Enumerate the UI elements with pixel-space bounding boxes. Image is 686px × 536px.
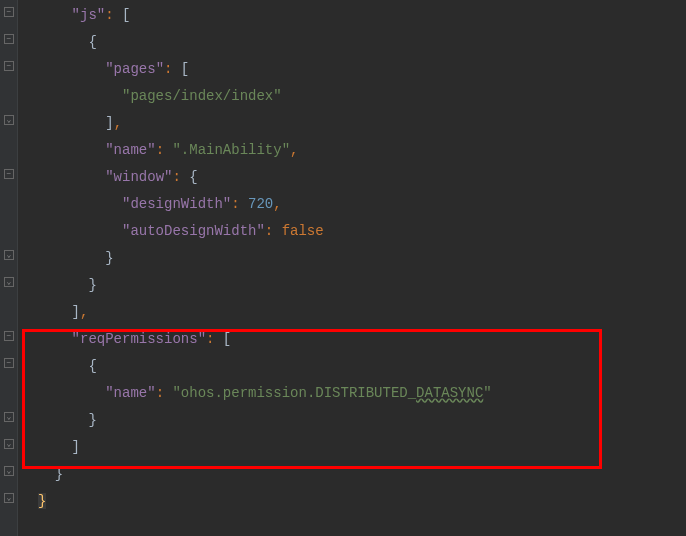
- code-line: }: [18, 461, 492, 488]
- fold-icon[interactable]: −: [4, 358, 14, 368]
- code-line: "js": [: [18, 2, 492, 29]
- code-editor[interactable]: "js": [ { "pages": [ "pages/index/index"…: [18, 0, 492, 517]
- code-line: "window": {: [18, 164, 492, 191]
- code-line: "designWidth": 720,: [18, 191, 492, 218]
- code-line: }: [18, 488, 492, 515]
- fold-icon[interactable]: −: [4, 34, 14, 44]
- code-line: }: [18, 245, 492, 272]
- fold-icon[interactable]: ⌄: [4, 277, 14, 287]
- fold-icon[interactable]: ⌄: [4, 466, 14, 476]
- code-line: "pages/index/index": [18, 83, 492, 110]
- code-line: "name": ".MainAbility",: [18, 137, 492, 164]
- fold-icon[interactable]: −: [4, 7, 14, 17]
- code-line: }: [18, 407, 492, 434]
- fold-icon[interactable]: ⌄: [4, 493, 14, 503]
- code-line: {: [18, 353, 492, 380]
- code-line: ],: [18, 110, 492, 137]
- fold-icon[interactable]: −: [4, 61, 14, 71]
- fold-icon[interactable]: ⌄: [4, 439, 14, 449]
- fold-icon[interactable]: ⌄: [4, 115, 14, 125]
- fold-icon[interactable]: −: [4, 331, 14, 341]
- code-line: "pages": [: [18, 56, 492, 83]
- editor-gutter: − − − ⌄ − ⌄ ⌄ − − ⌄ ⌄ ⌄ ⌄: [0, 0, 18, 536]
- code-line: ]: [18, 434, 492, 461]
- code-line: {: [18, 29, 492, 56]
- fold-icon[interactable]: ⌄: [4, 250, 14, 260]
- code-line: ],: [18, 299, 492, 326]
- code-line: "autoDesignWidth": false: [18, 218, 492, 245]
- code-line: }: [18, 272, 492, 299]
- code-line: "reqPermissions": [: [18, 326, 492, 353]
- fold-icon[interactable]: ⌄: [4, 412, 14, 422]
- fold-icon[interactable]: −: [4, 169, 14, 179]
- code-line: "name": "ohos.permission.DISTRIBUTED_DAT…: [18, 380, 492, 407]
